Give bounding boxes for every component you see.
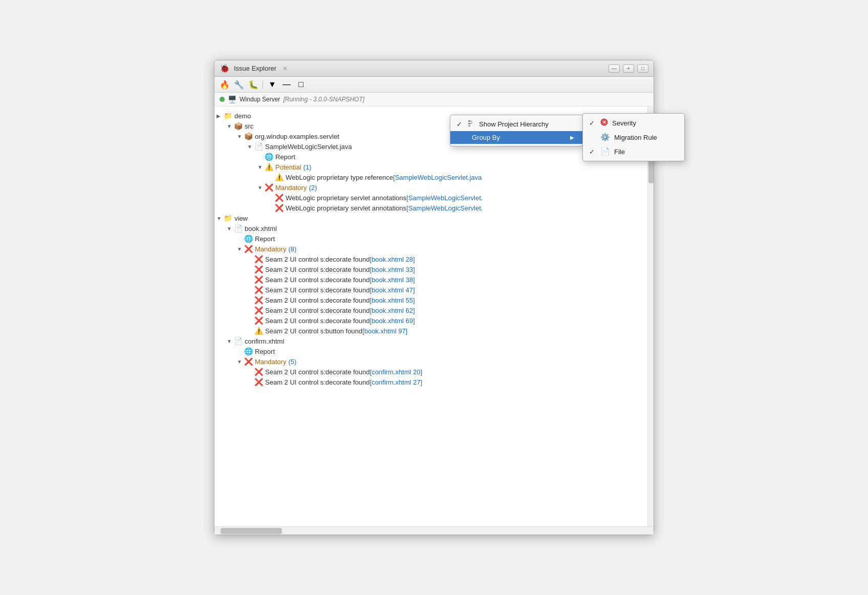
- tree-icon-org: 📦: [244, 132, 253, 140]
- tree-item-seam-book-1[interactable]: ❌ Seam 2 UI control s:decorate found [bo…: [214, 254, 647, 264]
- check-severity: ✓: [589, 119, 596, 127]
- tree-icon-servlet: 📄: [254, 142, 263, 151]
- tree-icon-mandatory1-1: ❌: [275, 194, 284, 202]
- tree-item-seam-confirm-2[interactable]: ❌ Seam 2 UI control s:decorate found [co…: [214, 377, 647, 387]
- restore-button[interactable]: +: [623, 65, 634, 73]
- tree-arrow-mandatory-confirm: ▼: [237, 359, 244, 365]
- tree-ref-seam-confirm-2: [confirm.xhtml 27]: [370, 378, 423, 386]
- server-icon: 🖥️: [228, 95, 236, 103]
- tree-icon-confirm: 📄: [234, 337, 243, 345]
- tree-arrow-servlet: ▼: [247, 144, 254, 150]
- tree-label-seam-book-1: Seam 2 UI control s:decorate found: [265, 256, 370, 263]
- tree-item-seam-book-2[interactable]: ❌ Seam 2 UI control s:decorate found [bo…: [214, 264, 647, 274]
- menu-item-migration-rule[interactable]: ⚙️ Migration Rule: [583, 130, 684, 144]
- group-by-submenu: ✓ ✕ Severity ⚙️ Migration Rul: [582, 113, 685, 161]
- tree-item-seam-book-5[interactable]: ❌ Seam 2 UI control s:decorate found [bo…: [214, 295, 647, 305]
- tree-ref-seam-confirm-1: [confirm.xhtml 20]: [370, 368, 423, 376]
- toolbar-minimize-icon[interactable]: —: [280, 79, 293, 90]
- tree-item-seam-book-6[interactable]: ❌ Seam 2 UI control s:decorate found [bo…: [214, 305, 647, 315]
- horizontal-scrollbar-thumb[interactable]: [221, 528, 282, 534]
- tree-label-report-book: Report: [255, 235, 275, 243]
- tree-ref-seam-book-2: [book.xhtml 33]: [370, 266, 415, 273]
- tree-item-confirm[interactable]: ▼ 📄 confirm.xhtml: [214, 336, 647, 346]
- tree-ref-potential-1: [SampleWebLogicServlet.java: [393, 174, 482, 181]
- tree-ref-seam-book-3: [book.xhtml 38]: [370, 276, 415, 284]
- menu-item-severity[interactable]: ✓ ✕ Severity: [583, 116, 684, 130]
- tree-icon-seam-book-7: ❌: [254, 316, 263, 325]
- main-context-menu: ✓ Show Project Hierarchy: [450, 115, 583, 146]
- tree-label-report-confirm: Report: [255, 348, 275, 355]
- badge-potential: (1): [303, 163, 312, 171]
- title-bar: 🐞 Issue Explorer ✕ — + □: [214, 60, 654, 77]
- tree-icon-book: 📄: [234, 224, 243, 232]
- tree-item-mandatory-book[interactable]: ▼ ❌ Mandatory (8): [214, 244, 647, 254]
- tree-item-seam-book-4[interactable]: ❌ Seam 2 UI control s:decorate found [bo…: [214, 285, 647, 295]
- title-bar-left: 🐞 Issue Explorer ✕: [220, 63, 288, 73]
- tree-panel[interactable]: ▶ 📁 demo ▼ 📦 src ▼ 📦 org.windup.examples…: [214, 107, 647, 526]
- tree-icon-mandatory1-2: ❌: [275, 204, 284, 212]
- tree-item-seam-book-7[interactable]: ❌ Seam 2 UI control s:decorate found [bo…: [214, 315, 647, 326]
- tree-label-mandatory-confirm: Mandatory: [255, 358, 286, 366]
- tree-ref-seam-book-btn: [book.xhtml 97]: [362, 327, 407, 335]
- close-icon[interactable]: ✕: [283, 65, 288, 72]
- tree-arrow-book: ▼: [227, 226, 234, 231]
- menu-item-file[interactable]: ✓ 📄 File: [583, 144, 684, 159]
- tree-label-seam-confirm-1: Seam 2 UI control s:decorate found: [265, 368, 370, 376]
- tree-icon-mandatory1: ❌: [265, 183, 273, 192]
- content-area: ▶ 📁 demo ▼ 📦 src ▼ 📦 org.windup.examples…: [214, 107, 654, 526]
- svg-rect-1: [468, 123, 470, 124]
- issue-explorer-window: 🐞 Issue Explorer ✕ — + □ 🔥 🔧 🐛 ▼ — □ 🖥️ …: [214, 60, 654, 535]
- tree-label-view: view: [234, 215, 248, 222]
- menu-item-show-project-hierarchy[interactable]: ✓ Show Project Hierarchy: [450, 117, 582, 131]
- tree-item-potential[interactable]: ▼ ⚠️ Potential (1): [214, 162, 647, 172]
- tree-icon-seam-book-3: ❌: [254, 275, 263, 284]
- maximize-button[interactable]: □: [637, 65, 648, 73]
- tree-ref-seam-book-6: [book.xhtml 62]: [370, 307, 415, 314]
- tree-arrow-mandatory1: ▼: [257, 185, 265, 190]
- tree-arrow-potential: ▼: [257, 164, 265, 170]
- badge-mandatory-confirm: (5): [288, 358, 296, 366]
- menu-item-group-by[interactable]: Group By ▶: [450, 131, 582, 144]
- toolbar-menu-icon[interactable]: ▼: [266, 79, 278, 90]
- tree-arrow-view: ▼: [216, 216, 224, 221]
- tree-label-mandatory-book: Mandatory: [255, 245, 286, 253]
- toolbar-maximize-icon[interactable]: □: [295, 79, 307, 90]
- window-icon: 🐞: [220, 63, 230, 73]
- tree-item-seam-book-btn[interactable]: ⚠️ Seam 2 UI control s:button found [boo…: [214, 326, 647, 336]
- tree-item-mandatory1-2[interactable]: ❌ WebLogic proprietary servlet annotatio…: [214, 203, 647, 213]
- tree-item-seam-confirm-1[interactable]: ❌ Seam 2 UI control s:decorate found [co…: [214, 367, 647, 377]
- tree-item-mandatory1-1[interactable]: ❌ WebLogic proprietary servlet annotatio…: [214, 193, 647, 203]
- tree-icon-seam-book-1: ❌: [254, 255, 263, 263]
- check-file: ✓: [589, 148, 596, 156]
- tree-icon-seam-confirm-2: ❌: [254, 378, 263, 386]
- tree-icon-potential-1: ⚠️: [275, 173, 284, 181]
- tree-item-report-book[interactable]: 🌐 Report: [214, 233, 647, 244]
- tree-label-servlet: SampleWebLogicServlet.java: [265, 143, 352, 151]
- tree-label-demo: demo: [234, 112, 251, 120]
- minimize-button[interactable]: —: [609, 65, 620, 73]
- badge-mandatory-book: (8): [288, 245, 296, 253]
- tree-label-book: book.xhtml: [245, 225, 277, 232]
- tree-label-mandatory1-1: WebLogic proprietary servlet annotations: [286, 194, 406, 202]
- tree-label-seam-book-7: Seam 2 UI control s:decorate found: [265, 317, 370, 325]
- tree-item-report-confirm[interactable]: 🌐 Report: [214, 346, 647, 356]
- server-name: Windup Server: [240, 96, 280, 103]
- tree-item-seam-book-3[interactable]: ❌ Seam 2 UI control s:decorate found [bo…: [214, 274, 647, 285]
- tree-label-mandatory1: Mandatory: [275, 184, 307, 192]
- toolbar-config-icon[interactable]: 🔧: [233, 79, 245, 90]
- tree-item-book[interactable]: ▼ 📄 book.xhtml: [214, 223, 647, 233]
- toolbar-debug-icon[interactable]: 🐛: [247, 79, 259, 90]
- horizontal-scrollbar[interactable]: [214, 526, 654, 535]
- tree-icon-report-book: 🌐: [244, 235, 253, 243]
- toolbar-run-icon[interactable]: 🔥: [219, 79, 231, 90]
- tree-item-mandatory1[interactable]: ▼ ❌ Mandatory (2): [214, 182, 647, 193]
- tree-icon-mandatory-book: ❌: [244, 245, 253, 253]
- tree-item-mandatory-confirm[interactable]: ▼ ❌ Mandatory (5): [214, 356, 647, 367]
- vertical-scrollbar[interactable]: [647, 107, 654, 526]
- menu-text-show-project-hierarchy: Show Project Hierarchy: [479, 120, 574, 128]
- tree-item-view[interactable]: ▼ 📁 view: [214, 213, 647, 223]
- tree-label-seam-book-btn: Seam 2 UI control s:button found: [265, 327, 362, 335]
- tree-icon-seam-book-6: ❌: [254, 306, 263, 314]
- tree-item-potential-1[interactable]: ⚠️ WebLogic proprietary type reference […: [214, 172, 647, 182]
- toolbar: 🔥 🔧 🐛 ▼ — □: [214, 77, 654, 93]
